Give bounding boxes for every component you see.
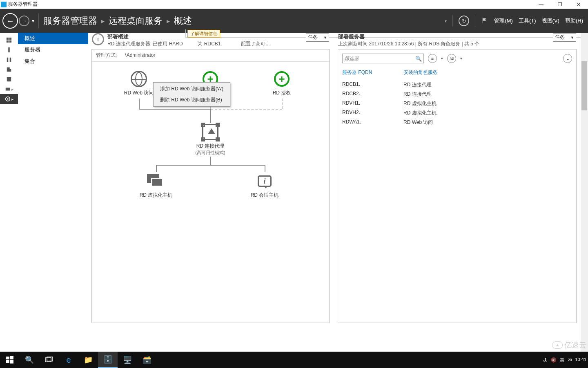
table-row[interactable]: RDVH2.RD 虚拟化主机 (342, 108, 572, 118)
table-row[interactable]: RDCB2.RD 连接代理 (342, 90, 572, 99)
refresh-button[interactable]: ↻ (459, 16, 469, 26)
broker-icon (202, 124, 218, 140)
node-rd-shost[interactable]: i RD 会话主机 (234, 172, 295, 199)
ctx-remove-rdweb[interactable]: 删除 RD Web 访问服务器(B) (154, 94, 229, 105)
svg-rect-10 (5, 88, 10, 91)
svg-rect-14 (10, 356, 13, 359)
filter-input[interactable] (344, 56, 415, 61)
titlebar: 服务器管理器 — ❐ ✕ (0, 0, 588, 9)
watermark: ✦亿速云 (552, 340, 586, 350)
ctx-add-rdweb[interactable]: 添加 RD Web 访问服务器(W) (154, 83, 229, 94)
breadcrumb-leaf[interactable]: 概述 (174, 15, 192, 27)
svg-rect-7 (7, 69, 11, 72)
dropdown-icon[interactable]: ▾ (445, 19, 447, 23)
deployment-overview-panel: » 部署概述 RD 连接代理服务器: 已使用 HARD 为 RDCB1. 配置了… (91, 49, 330, 323)
svg-rect-5 (7, 58, 9, 62)
search-button[interactable]: 🔍 (20, 352, 39, 368)
nav-separator (38, 13, 39, 28)
main-content: 了解详细信息 » 部署概述 RD 连接代理服务器: 已使用 HARD 为 RDC… (88, 33, 588, 352)
node-rd-license[interactable]: + RD 授权 (251, 70, 312, 96)
header-menus: ▾ ↻ 管理(M) 工具(T) 视图(V) 帮助(H) (445, 15, 588, 27)
app-icon (1, 2, 7, 7)
deployment-diagram: RD Web 访问 + + RD 授权 添加 RD Web 访问服务器(W) 删… (92, 62, 329, 291)
nav-item-overview[interactable]: 概述 (18, 33, 88, 44)
nav-forward-button[interactable]: → (19, 16, 29, 26)
tasks-dropdown[interactable]: 任务▼ (553, 33, 576, 42)
nav-item-collections[interactable]: 集合 (18, 56, 88, 67)
scrollbar-thumb[interactable] (581, 61, 587, 110)
context-menu: 添加 RD Web 访问服务器(W) 删除 RD Web 访问服务器(B) (153, 82, 230, 107)
svg-rect-4 (8, 47, 10, 52)
rail-all-servers-icon[interactable] (0, 55, 18, 65)
menu-view[interactable]: 视图(V) (542, 17, 559, 25)
filter-input-wrap[interactable]: 🔍 (342, 54, 424, 63)
nav-back-button[interactable]: ← (2, 13, 18, 29)
menu-tools[interactable]: 工具(T) (519, 17, 536, 25)
table-row[interactable]: RDCB1.RD 连接代理 (342, 80, 572, 90)
dropdown-icon[interactable]: ▾ (460, 56, 462, 61)
close-button[interactable]: ✕ (569, 0, 588, 9)
panel-title: 部署概述 (107, 33, 270, 40)
node-rd-broker[interactable]: RD 连接代理 (高可用性模式) (180, 123, 241, 156)
rail-rds-icon[interactable]: ▸ (0, 94, 18, 104)
servers-toolbar: 🔍 ≡▾ 🖫▾ ⌄ (338, 49, 576, 67)
chevron-collapse-icon[interactable]: » (92, 33, 104, 45)
rail-file-services-icon[interactable] (0, 65, 18, 74)
node-rd-vhost[interactable]: RD 虚拟化主机 (125, 172, 187, 199)
svg-rect-8 (7, 67, 10, 69)
rail-iis-icon[interactable] (0, 74, 18, 84)
taskbar-app-icon[interactable]: 🖥️ (118, 352, 137, 368)
tray-volume-icon[interactable]: 🔇 (551, 357, 557, 363)
table-body: RDCB1.RD 连接代理 RDCB2.RD 连接代理 RDVH1.RD 虚拟化… (338, 78, 576, 130)
table-row[interactable]: RDVH1.RD 虚拟化主机 (342, 99, 572, 108)
taskbar-ie-icon[interactable]: e (59, 352, 78, 368)
svg-rect-3 (9, 40, 11, 43)
globe-icon (131, 71, 147, 87)
plus-icon: + (274, 71, 290, 87)
tray-network-icon[interactable]: 🖧 (543, 357, 548, 362)
col-roles[interactable]: 安装的角色服务 (403, 69, 438, 76)
table-row[interactable]: RDWA1.RD Web 访问 (342, 118, 572, 127)
minimize-button[interactable]: — (532, 0, 550, 9)
table-header: 服务器 FQDN 安装的角色服务 (338, 67, 576, 78)
panel-title: 部署服务器 (338, 33, 479, 40)
notifications-flag-icon[interactable] (481, 17, 488, 25)
rail-local-server-icon[interactable] (0, 45, 18, 55)
expand-button[interactable]: ⌄ (563, 54, 572, 63)
dropdown-icon[interactable]: ▾ (441, 56, 443, 61)
rail-dashboard-icon[interactable] (0, 35, 18, 45)
taskview-button[interactable] (39, 352, 59, 368)
list-view-button[interactable]: ≡ (428, 54, 437, 63)
breadcrumb-root[interactable]: 服务器管理器 (43, 15, 97, 27)
vertical-scrollbar[interactable] (581, 33, 588, 352)
nav-history-dropdown[interactable]: ▾ (32, 18, 34, 24)
menu-help[interactable]: 帮助(H) (565, 17, 583, 25)
svg-rect-13 (6, 357, 9, 359)
svg-point-12 (7, 98, 9, 100)
tasks-dropdown[interactable]: 任务▼ (306, 33, 329, 42)
window-title: 服务器管理器 (8, 1, 38, 8)
breadcrumb: 服务器管理器 ▸ 远程桌面服务 ▸ 概述 (43, 15, 192, 27)
taskbar-servermanager-icon[interactable]: 🗄️ (98, 352, 118, 368)
tray-ime-num: 20 (568, 358, 572, 362)
taskbar-clock[interactable]: 10:41 (575, 357, 586, 362)
svg-rect-6 (10, 58, 11, 62)
tray-ime[interactable]: 英 (560, 357, 564, 363)
menu-manage[interactable]: 管理(M) (494, 17, 513, 25)
svg-rect-1 (9, 38, 11, 40)
start-button[interactable] (0, 352, 20, 368)
nav-panel: 概述 服务器 集合 (18, 33, 88, 352)
maximize-button[interactable]: ❐ (550, 0, 569, 9)
taskbar-app2-icon[interactable]: 🗃️ (137, 352, 157, 368)
nav-item-servers[interactable]: 服务器 (18, 44, 88, 56)
chevron-right-icon: ▸ (101, 17, 105, 25)
search-icon[interactable]: 🔍 (415, 56, 422, 62)
icon-rail: ▸ ▸ (0, 33, 18, 352)
rail-hyperv-icon[interactable]: ▸ (0, 84, 18, 94)
breadcrumb-level1[interactable]: 远程桌面服务 (109, 15, 163, 27)
taskbar-explorer-icon[interactable]: 📁 (78, 352, 98, 368)
svg-rect-9 (7, 77, 11, 82)
management-mode-row: 管理方式: \Administrator (92, 49, 329, 62)
col-fqdn[interactable]: 服务器 FQDN (342, 69, 387, 76)
save-query-button[interactable]: 🖫 (447, 54, 456, 63)
